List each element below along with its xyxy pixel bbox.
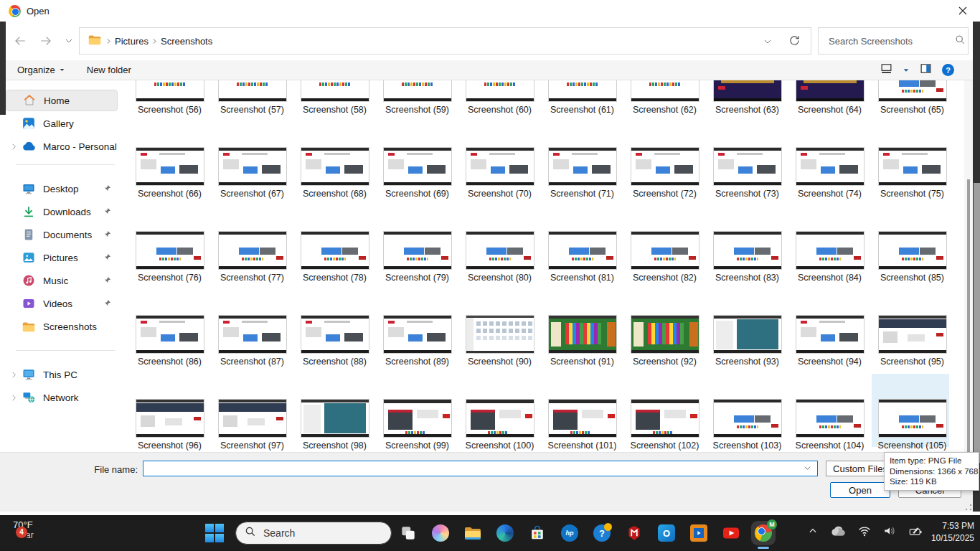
expand-chevron-icon[interactable]: [6, 143, 22, 151]
task-view-icon[interactable]: [399, 524, 418, 542]
recent-locations-chevron-icon[interactable]: [59, 31, 79, 51]
taskbar-clock[interactable]: 7:53 PM 10/15/2025: [931, 520, 974, 545]
file-name-combobox[interactable]: [143, 461, 818, 476]
microsoft-store-icon[interactable]: [528, 524, 547, 542]
file-item-68[interactable]: Screenshot (68): [293, 147, 376, 199]
file-item-80[interactable]: Screenshot (80): [458, 231, 541, 283]
sidebar-item-pictures[interactable]: Pictures: [6, 247, 118, 268]
file-item-82[interactable]: Screenshot (82): [623, 231, 706, 283]
breadcrumb-screenshots[interactable]: Screenshots: [158, 36, 215, 47]
file-item-103[interactable]: Screenshot (103): [706, 399, 788, 451]
file-thumbnail[interactable]: [301, 147, 369, 186]
file-item-83[interactable]: Screenshot (83): [706, 231, 788, 283]
file-item-96[interactable]: Screenshot (96): [128, 399, 211, 451]
scrollbar-thumb[interactable]: [967, 179, 970, 466]
file-item-93[interactable]: Screenshot (93): [706, 315, 788, 367]
file-thumbnail[interactable]: [713, 147, 782, 186]
scrollbar[interactable]: [964, 80, 973, 452]
new-folder-button[interactable]: New folder: [87, 65, 131, 75]
file-thumbnail[interactable]: [301, 399, 369, 438]
file-item-77[interactable]: Screenshot (77): [211, 231, 293, 283]
file-thumbnail[interactable]: [548, 80, 617, 102]
file-thumbnail[interactable]: [796, 399, 864, 438]
file-item-70[interactable]: Screenshot (70): [458, 147, 541, 199]
file-thumbnail[interactable]: [136, 231, 204, 270]
sidebar-item-marco-personal[interactable]: Marco - Personal: [6, 136, 118, 157]
file-thumbnail[interactable]: [631, 80, 699, 102]
close-icon[interactable]: [953, 3, 973, 19]
file-thumbnail[interactable]: [218, 147, 287, 186]
file-item-74[interactable]: Screenshot (74): [788, 147, 871, 199]
file-item-95[interactable]: Screenshot (95): [871, 315, 953, 367]
file-item-89[interactable]: Screenshot (89): [376, 315, 458, 367]
file-item-99[interactable]: Screenshot (99): [376, 399, 458, 451]
file-item-63[interactable]: Screenshot (63): [706, 80, 788, 115]
organize-button[interactable]: Organize: [17, 65, 65, 75]
file-item-67[interactable]: Screenshot (67): [211, 147, 293, 199]
file-item-88[interactable]: Screenshot (88): [293, 315, 376, 367]
file-thumbnail[interactable]: [631, 231, 699, 270]
file-thumbnail[interactable]: [218, 231, 287, 270]
get-help-icon[interactable]: ?: [593, 524, 611, 542]
start-button[interactable]: [204, 523, 225, 543]
resize-grip[interactable]: [966, 504, 971, 510]
expand-chevron-icon[interactable]: [6, 394, 22, 402]
file-item-56[interactable]: Screenshot (56): [128, 80, 211, 115]
sidebar-item-network[interactable]: Network: [6, 387, 118, 408]
file-thumbnail[interactable]: [136, 399, 204, 438]
file-item-71[interactable]: Screenshot (71): [541, 147, 623, 199]
file-thumbnail[interactable]: [713, 231, 782, 270]
file-thumbnail[interactable]: [548, 315, 617, 354]
file-thumbnail[interactable]: [466, 147, 534, 186]
file-item-66[interactable]: Screenshot (66): [128, 147, 211, 199]
copilot-icon[interactable]: [431, 524, 450, 542]
file-thumbnail[interactable]: [466, 80, 534, 102]
movies-tv-icon[interactable]: [689, 524, 708, 542]
file-thumbnail[interactable]: [218, 399, 287, 438]
file-item-72[interactable]: Screenshot (72): [623, 147, 706, 199]
preview-pane-icon[interactable]: [920, 62, 932, 77]
file-item-86[interactable]: Screenshot (86): [128, 315, 211, 367]
file-thumbnail[interactable]: [878, 80, 947, 102]
wifi-icon[interactable]: [858, 526, 871, 540]
file-name-chevron-icon[interactable]: [804, 462, 811, 475]
file-thumbnail[interactable]: [383, 399, 452, 438]
volume-icon[interactable]: [883, 525, 896, 540]
outlook-icon[interactable]: O: [657, 524, 676, 542]
file-thumbnail[interactable]: [218, 80, 287, 102]
chrome-icon[interactable]: M: [754, 524, 773, 542]
file-item-105[interactable]: Screenshot (105): [871, 399, 953, 451]
file-item-84[interactable]: Screenshot (84): [788, 231, 871, 283]
file-thumbnail[interactable]: [713, 315, 782, 354]
file-item-97[interactable]: Screenshot (97): [211, 399, 293, 451]
file-item-76[interactable]: Screenshot (76): [128, 231, 211, 283]
view-mode-chevron-icon[interactable]: [903, 64, 910, 77]
sidebar-item-screenshots[interactable]: Screenshots: [6, 316, 118, 337]
breadcrumb-pictures[interactable]: Pictures: [112, 36, 151, 47]
file-thumbnail[interactable]: [301, 231, 369, 270]
file-item-91[interactable]: Screenshot (91): [541, 315, 623, 367]
search-box[interactable]: [818, 27, 969, 55]
file-item-61[interactable]: Screenshot (61): [541, 80, 623, 115]
back-icon[interactable]: [10, 31, 30, 51]
file-thumbnail[interactable]: [631, 315, 699, 354]
file-thumbnail[interactable]: [136, 80, 204, 102]
sidebar-item-home[interactable]: Home: [6, 90, 118, 111]
mcafee-icon[interactable]: [625, 524, 644, 542]
file-thumbnail[interactable]: [631, 147, 699, 186]
file-thumbnail[interactable]: [301, 315, 369, 354]
file-thumbnail[interactable]: [218, 315, 287, 354]
file-thumbnail[interactable]: [301, 80, 369, 102]
sidebar-item-desktop[interactable]: Desktop: [6, 178, 118, 199]
file-thumbnail[interactable]: [796, 147, 864, 186]
file-item-60[interactable]: Screenshot (60): [458, 80, 541, 115]
open-button[interactable]: Open: [830, 482, 890, 498]
file-item-64[interactable]: Screenshot (64): [788, 80, 871, 115]
file-item-81[interactable]: Screenshot (81): [541, 231, 623, 283]
file-item-100[interactable]: Screenshot (100): [458, 399, 541, 451]
onedrive-icon[interactable]: [830, 526, 846, 540]
file-explorer-icon[interactable]: [463, 524, 482, 542]
file-thumbnail[interactable]: [136, 147, 204, 186]
file-thumbnail[interactable]: [466, 315, 534, 354]
view-mode-icon[interactable]: [880, 62, 892, 77]
